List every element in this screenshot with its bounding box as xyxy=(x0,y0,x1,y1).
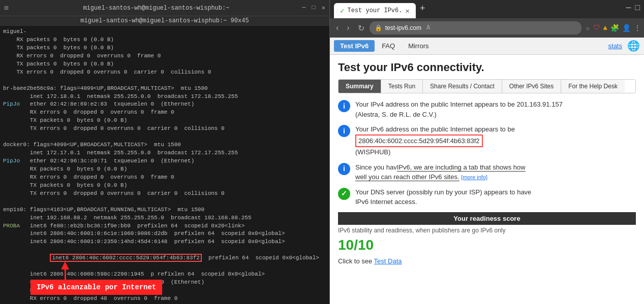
terminal-controls: ─ □ ✕ xyxy=(302,4,325,12)
annotation-container: IPv6 alcanzable por Internet xyxy=(30,261,162,295)
terminal-line: inet 172.17.0.1 netmask 255.255.0.0 broa… xyxy=(3,149,326,157)
info-icon-1: i xyxy=(338,100,350,112)
content-tab-tests-run[interactable]: Tests Run xyxy=(381,80,423,93)
new-tab-button[interactable]: + xyxy=(417,3,428,14)
translate-icon[interactable]: 🌐 xyxy=(627,40,640,52)
terminal-body: miguel- RX packets 0 bytes 0 (0.0 B) TX … xyxy=(0,26,329,304)
terminal-line: PipJo ether 02:42:8e:69:e2:83 txqueuelen… xyxy=(3,100,326,109)
terminal-line: RX packets 0 bytes 0 (0.0 B) xyxy=(3,165,326,174)
terminal-subtitle: miguel-santos-wh@miguel-santos-wisphub:~… xyxy=(0,16,329,26)
browser-tab-active[interactable]: ✓ Test your IPv6. ✕ xyxy=(334,3,416,18)
terminal-line: TX errors 0 dropped 0 overruns 0 carrier… xyxy=(3,190,326,198)
extensions-icon[interactable]: 🧩 xyxy=(610,24,619,32)
readiness-sub: IPv6 stability and readiness, when publi… xyxy=(338,227,636,234)
menu-icon[interactable]: ⋮ xyxy=(634,24,641,32)
translate-lang-icon: A xyxy=(426,24,430,31)
terminal-line xyxy=(3,133,326,141)
info-text-dns: Your DNS server (possibly run by your IS… xyxy=(355,187,636,207)
terminal-line: inet6 2806:40c:6001:0:6c1e:1060:9086:d2d… xyxy=(3,230,326,238)
address-text: test-ipv6.com xyxy=(385,24,421,31)
browser-panel: ✓ Test your IPv6. ✕ + ─ □ ‹ › ↻ 🔒 test-i… xyxy=(329,0,644,304)
browser-nav-bar: ‹ › ↻ 🔒 test-ipv6.com A ☆ 🛡 ▲ 🧩 👤 ⋮ xyxy=(330,18,644,38)
content-tab-help-desk[interactable]: For the Help Desk xyxy=(561,80,625,93)
more-info-link[interactable]: [more info] xyxy=(461,174,487,180)
info-item-dns: ✓ Your DNS server (possibly run by your … xyxy=(338,187,636,207)
address-bar[interactable]: 🔒 test-ipv6.com A xyxy=(370,21,582,35)
terminal-line: TX packets 0 bytes 0 (0.0 B) xyxy=(3,60,326,69)
terminal-line: miguel- xyxy=(3,28,326,36)
info-icon-3: i xyxy=(338,163,350,175)
content-tab-share[interactable]: Share Results / Contact xyxy=(423,80,502,93)
terminal-line: inet6 2806:40c:6001:0:2359:14hd:45d4:614… xyxy=(3,238,326,246)
terminal-line: TX packets 0 bytes 0 (0.0 B) xyxy=(3,44,326,52)
profile-icon[interactable]: 👤 xyxy=(622,24,631,32)
back-button[interactable]: ‹ xyxy=(333,21,342,35)
site-nav-tab-ipv6[interactable]: Test IPv6 xyxy=(334,40,375,52)
terminal-line: RX errors 0 dropped 0 overruns 0 frame 0 xyxy=(3,174,326,182)
info-text-ipv6: Your IPv6 address on the public Internet… xyxy=(355,124,636,157)
reload-button[interactable]: ↻ xyxy=(355,21,367,35)
terminal-line: RX errors 0 dropped 48 overruns 0 frame … xyxy=(3,295,326,303)
terminal-line xyxy=(3,77,326,85)
lock-icon: 🔒 xyxy=(375,24,382,32)
tab-checkmark-icon: ✓ xyxy=(340,7,344,15)
info-item-ipv4: i Your IPv4 address on the public Intern… xyxy=(338,99,636,119)
annotation-label: IPv6 alcanzable por Internet xyxy=(30,280,162,295)
maximize-btn[interactable]: □ xyxy=(312,4,316,12)
forward-button[interactable]: › xyxy=(344,21,352,35)
grid-icon: ⊞ xyxy=(4,4,8,12)
browser-content: Test your IPv6 connectivity. Summary Tes… xyxy=(330,55,644,304)
browser-tab-title: Test your IPv6. xyxy=(347,7,402,14)
content-tab-summary[interactable]: Summary xyxy=(339,80,381,93)
terminal-line: RX packets 0 bytes 0 (0.0 B) xyxy=(3,36,326,44)
info-text-ipv4: Your IPv4 address on the public Internet… xyxy=(355,99,636,119)
terminal-line: inet 192.168.88.2 netmask 255.255.255.0 … xyxy=(3,214,326,222)
terminal-line: TX packets 0 bytes 0 (0.0 B) xyxy=(3,117,326,125)
readiness-score: 10/10 xyxy=(338,237,636,253)
info-icon-2: i xyxy=(338,125,350,137)
site-nav-stats[interactable]: stats xyxy=(608,42,626,50)
terminal-line: RX errors 0 dropped 0 overruns 0 frame 0 xyxy=(3,52,326,60)
readiness-bar: Your readiness score xyxy=(338,212,636,225)
terminal-panel: ⊞ miguel-santos-wh@miguel-santos-wisphub… xyxy=(0,0,329,304)
terminal-titlebar: ⊞ miguel-santos-wh@miguel-santos-wisphub… xyxy=(0,0,329,16)
ipv6-address-highlight: 2806:40c:6002:cccc:5d29:954f:4b63:83f2 xyxy=(355,134,483,148)
browser-minimize-icon[interactable]: ─ xyxy=(626,4,631,13)
tab-close-icon[interactable]: ✕ xyxy=(405,7,409,15)
terminal-line: enp1s0: flags=4163<UP,BROADCAST,RUNNING,… xyxy=(3,206,326,214)
info-item-tab-info: i Since you havIPv6, we are including a … xyxy=(338,162,636,182)
terminal-line: PROBA inet6 fe80::eb2b:bc36:1f9e:bb9 pre… xyxy=(3,222,326,230)
terminal-line: br-baee2be56c9a: flags=4099<UP,BROADCAST… xyxy=(3,85,326,93)
test-data-anchor[interactable]: Test Data xyxy=(374,257,402,265)
warning-icon: ▲ xyxy=(603,24,607,32)
info-item-ipv6: i Your IPv6 address on the public Intern… xyxy=(338,124,636,157)
minimize-btn[interactable]: ─ xyxy=(302,4,305,12)
terminal-line xyxy=(3,198,326,206)
nav-icons: ☆ 🛡 ▲ 🧩 👤 ⋮ xyxy=(586,24,641,32)
terminal-line: PipJo ether 02:42:96:3c:c0:71 txqueuelen… xyxy=(3,157,326,165)
terminal-title: miguel-santos-wh@miguel-santos-wisphub:~ xyxy=(10,5,302,12)
terminal-line: TX packets 0 bytes 0 (0.0 B) xyxy=(3,182,326,190)
terminal-line: RX errors 0 dropped 0 overruns 0 frame 0 xyxy=(3,109,326,117)
bookmark-icon[interactable]: ☆ xyxy=(586,24,590,32)
terminal-line: inet 172.18.0.1 netmask 255.255.0.0 broa… xyxy=(3,93,326,101)
info-text-tab: Since you havIPv6, we are including a ta… xyxy=(355,162,636,182)
content-tab-other-sites[interactable]: Other IPv6 Sites xyxy=(502,80,561,93)
browser-tab-bar: ✓ Test your IPv6. ✕ + ─ □ xyxy=(330,0,644,18)
shield-icon[interactable]: 🛡 xyxy=(593,24,600,32)
page-title: Test your IPv6 connectivity. xyxy=(338,61,636,74)
browser-window-controls: ─ □ xyxy=(626,4,640,13)
close-btn[interactable]: ✕ xyxy=(322,4,325,12)
browser-maximize-icon[interactable]: □ xyxy=(635,4,640,13)
terminal-line: TX errors 0 dropped 0 overruns 0 carrier… xyxy=(3,69,326,77)
test-data-link-container: Click to see Test Data xyxy=(338,257,636,265)
site-nav-tab-mirrors[interactable]: Mirrors xyxy=(402,40,435,52)
site-nav: Test IPv6 FAQ Mirrors stats 🌐 xyxy=(330,38,644,55)
test-data-label: Click to see xyxy=(338,257,372,265)
content-tabs: Summary Tests Run Share Results / Contac… xyxy=(338,79,636,93)
site-nav-tab-faq[interactable]: FAQ xyxy=(376,40,401,52)
terminal-line: TX errors 0 dropped 0 overruns 0 carrier… xyxy=(3,125,326,133)
terminal-line: docker0: flags=4099<UP,BROADCAST,MULTICA… xyxy=(3,141,326,149)
info-icon-4: ✓ xyxy=(338,188,350,200)
